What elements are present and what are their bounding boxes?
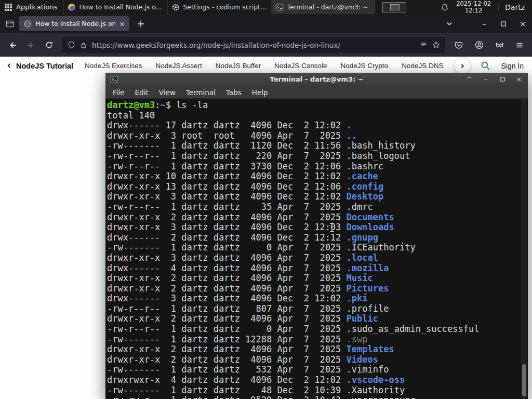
menu-help[interactable]: Help [247,87,273,98]
terminal-line: -rw-rw-r-- 1 dartz dartz 9529 Dec 2 10:4… [107,395,520,399]
clock-date: 2025-12-02 [456,1,491,7]
terminal-line: drwx------ 4 dartz dartz 4096 Apr 7 2025… [107,263,520,274]
terminal-line: drwxr-xr-x 2 dartz dartz 4096 Apr 7 2025… [107,355,520,365]
subnav-link[interactable]: NodeJS Assert [155,62,202,70]
taskbar-button-terminal[interactable]: Terminal - dartz@vm3: ~ [271,0,375,14]
maximize-button[interactable] [498,76,507,82]
terminal-line: -rw-r--r-- 1 dartz dartz 220 Apr 7 2025 … [107,151,520,162]
subnav-link[interactable]: NodeJS DNS [402,62,443,70]
menu-tabs[interactable]: Tabs [221,87,247,98]
file-name: .pki [347,293,368,303]
menu-view[interactable]: View [154,87,181,98]
menu-terminal[interactable]: Terminal [181,87,221,98]
hamburger-menu-icon [515,41,524,49]
minimize-button[interactable]: – [480,20,488,28]
file-name: Documents [347,212,394,222]
url-bar[interactable]: https://www.geeksforgeeks.org/node-js/in… [62,37,445,53]
file-name: .bashrc [347,161,384,171]
close-button[interactable]: × [515,75,523,83]
subnav-primary-link[interactable]: NodeJS Tutorial [6,62,73,70]
tracking-shield-icon[interactable] [68,41,75,49]
subnav-links: NodeJS Exercises NodeJS Assert NodeJS Bu… [85,62,461,70]
window-controls: – × [480,20,527,28]
terminal-line: drwxr-xr-x 3 dartz dartz 4096 Dec 2 12:0… [107,222,520,233]
file-name: Desktop [347,191,384,202]
subnav-link[interactable]: NodeJS Console [274,62,327,70]
top-panel: Applications How to Install Node.js o...… [0,0,532,14]
scrollbar-thumb[interactable] [522,364,526,396]
notification-bell-icon[interactable] [441,3,449,11]
file-name: .config [347,181,384,192]
menu-edit[interactable]: Edit [130,87,154,98]
file-name: Templates [347,344,394,354]
close-button[interactable]: × [518,20,527,28]
subnav-link[interactable]: NodeJS Exercises [85,62,142,70]
sign-in-button[interactable]: Sign In [501,62,524,70]
tab-close-icon[interactable]: × [119,20,125,28]
terminal-line: drwxr-xr-x 3 root root 4096 Apr 7 2025 .… [107,131,520,141]
search-icon[interactable] [481,61,490,71]
prompt-colon: : [155,100,160,110]
browser-tab-active[interactable]: How to Install Node.js on × [19,16,129,31]
account-button[interactable] [471,37,487,54]
workspace-pager[interactable] [382,2,406,12]
file-name: .xscreensaver [347,395,416,399]
lock-icon[interactable] [80,42,87,49]
terminal-line: drwxr-xr-x 10 dartz dartz 4096 Dec 2 12:… [107,171,520,182]
user-menu[interactable]: Dartz [498,3,529,11]
applications-label: Applications [16,3,57,11]
taskbar-button-settings[interactable]: Settings - codium script... [167,0,271,14]
terminal-line: -rw------- 1 dartz dartz 1120 Dec 2 11:5… [107,141,520,151]
firefox-icon [68,3,76,11]
taskbar-button-title: Settings - codium script... [183,3,266,11]
terminal-line: drwx------ 17 dartz dartz 4096 Dec 2 12:… [107,121,520,131]
terminal-line: drwxr-xr-x 13 dartz dartz 4096 Dec 2 12:… [107,182,520,192]
menu-button[interactable] [511,37,528,54]
applications-menu-button[interactable]: Applications [0,0,63,14]
minimize-button[interactable]: – [482,75,490,83]
terminal-titlebar[interactable]: Terminal - dartz@vm3: ~ ^ – × [105,73,528,86]
terminal-line: drwxr-xr-x 2 dartz dartz 4096 Apr 7 2025… [107,344,520,355]
subnav-link[interactable]: NodeJS Crypto [341,62,389,70]
taskbar-button-title: Terminal - dartz@vm3: ~ [287,3,368,11]
pocket-button[interactable] [450,37,467,54]
reload-button[interactable] [41,37,57,54]
terminal-line: -rw-r--r-- 1 dartz dartz 0 Apr 7 2025 .s… [107,324,520,335]
reload-icon [45,41,54,49]
terminal-line: -rw------- 1 dartz dartz 0 Apr 7 2025 .I… [107,243,520,253]
terminal-line: drwxr-xr-x 2 dartz dartz 4096 Apr 7 2025… [107,314,520,324]
prompt-path: ~ [160,100,165,110]
subnav-scroll-right-button[interactable] [455,58,470,74]
firefox-view-icon[interactable] [5,19,15,29]
terminal-line: drwxr-xr-x 2 dartz dartz 4096 Apr 7 2025… [107,212,520,223]
new-tab-button[interactable]: + [134,17,148,31]
reader-mode-icon[interactable] [420,41,428,49]
file-name: .gnupg [347,232,378,243]
terminal-scrollbar[interactable] [521,99,527,398]
menu-file[interactable]: File [108,87,130,98]
subnav-link[interactable]: NodeJS Buffer [216,62,261,70]
workspace-window-thumb [390,4,400,10]
extension-button[interactable] [491,37,508,54]
file-name: .dmrc [347,202,373,212]
terminal-window: Terminal - dartz@vm3: ~ ^ – × File Edit … [105,73,528,399]
chevron-left-icon [6,63,12,69]
forward-button[interactable] [22,37,39,54]
back-button[interactable] [4,37,21,54]
file-name: .Xauthority [347,385,405,395]
terminal-line: -rw------- 1 dartz dartz 12288 Apr 7 202… [107,335,520,345]
url-text: https://www.geeksforgeeks.org/node-js/in… [92,41,415,49]
typed-command: ls -la [176,100,208,110]
terminal-line: drwxr-xr-x 3 dartz dartz 4096 Dec 2 12:0… [107,192,520,202]
bookmark-star-icon[interactable] [432,41,440,49]
terminal-window-controls: ^ – × [465,75,523,83]
file-name: .profile [347,303,389,314]
back-arrow-icon [8,41,17,50]
file-name: .bash_history [347,140,416,151]
file-name: Downloads [347,222,394,232]
list-all-tabs-chevron-icon[interactable] [446,20,453,28]
shade-button[interactable]: ^ [465,75,473,83]
clock-time: 12:12 [456,7,491,14]
taskbar-button-browser[interactable]: How to Install Node.js o... [63,0,167,14]
maximize-button[interactable] [499,21,508,27]
